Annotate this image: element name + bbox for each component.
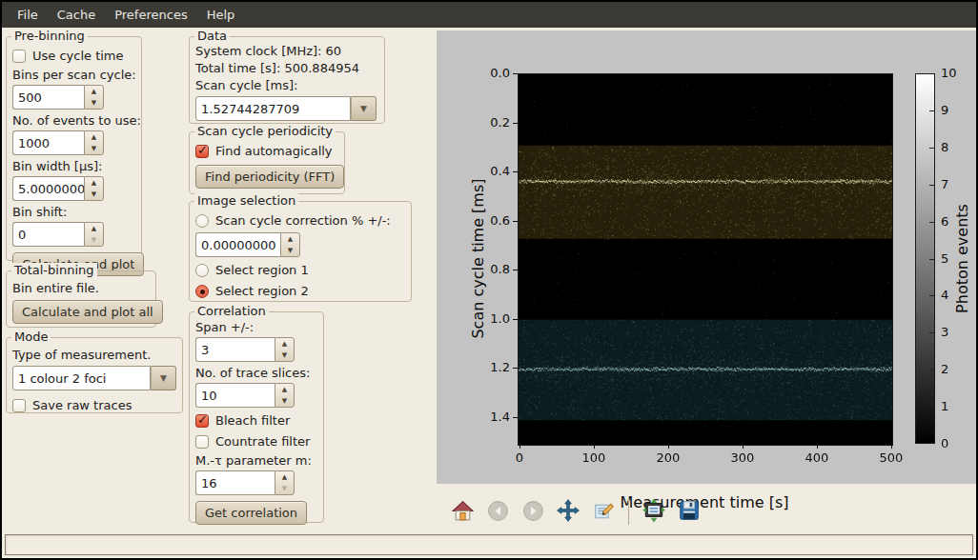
y-tick-mark [513,417,518,418]
spin-up-icon[interactable]: ▲ [281,233,299,245]
mode-group: Mode Type of measurement. 1 colour 2 foc… [6,337,183,413]
x-tick-mark [594,444,595,449]
mtau-parameter-input[interactable]: 16 [195,470,275,495]
select-region-1-radio[interactable] [195,264,209,277]
get-correlation-button[interactable]: Get correlation [195,501,307,525]
measurement-type-value[interactable]: 1 colour 2 foci [12,366,151,390]
spin-down-icon[interactable]: ▼ [275,483,294,494]
pan-icon[interactable] [556,498,581,523]
trace-slices-label: No. of trace slices: [195,366,317,381]
spin-up-icon[interactable]: ▲ [85,177,103,189]
bin-shift-input[interactable]: 0 [12,222,84,247]
measurement-type-combobox[interactable]: 1 colour 2 foci ▼ [12,366,176,390]
measurement-type-label: Type of measurement. [12,348,176,363]
scan-cycle-value[interactable]: 1.52744287709 [195,96,351,121]
use-cycle-time-row[interactable]: Use cycle time [12,49,135,64]
colorbar-tick-label: 2 [941,361,948,377]
spin-up-icon[interactable]: ▲ [85,131,103,143]
select-region-1-row[interactable]: Select region 1 [195,263,405,278]
find-automagically-row[interactable]: Find automagically [195,144,338,159]
save-raw-traces-row[interactable]: Save raw traces [12,398,176,413]
x-tick-label: 100 [575,450,613,466]
configure-subplots-icon[interactable] [642,498,666,523]
events-to-use-label: No. of events to use: [12,113,135,129]
colorbar-tick-mark [929,185,934,186]
mtau-parameter-label: M.-τ parameter m: [195,453,317,469]
spin-down-icon[interactable]: ▼ [85,234,103,246]
x-tick-label: 0 [500,450,539,466]
spin-down-icon[interactable]: ▼ [85,97,103,109]
heatmap-image[interactable] [518,73,893,446]
countrate-filter-checkbox[interactable] [195,435,209,449]
select-region-2-radio[interactable] [195,285,209,298]
colorbar-tick-mark [929,110,934,111]
spin-up-icon[interactable]: ▲ [85,86,103,97]
back-icon[interactable] [485,498,510,523]
menu-preferences[interactable]: Preferences [105,3,196,27]
x-tick-label: 400 [798,450,836,466]
bins-per-cycle-input[interactable]: 500 [12,85,84,110]
spin-down-icon[interactable]: ▼ [85,189,103,200]
countrate-filter-row[interactable]: Countrate filter [195,434,317,450]
trace-slices-input[interactable]: 10 [195,383,275,408]
bin-width-spinner: 5.00000000 ▲▼ [12,176,104,201]
correlation-group: Correlation Span +/-: 3 ▲▼ No. of trace … [189,311,324,523]
system-clock-label: System clock [MHz]: 60 [195,44,378,59]
colorbar-tick-mark [929,407,934,408]
use-cycle-time-label: Use cycle time [32,49,124,64]
spin-down-icon[interactable]: ▼ [85,143,103,154]
periodicity-title: Scan cycle periodicity [194,124,336,139]
spin-up-icon[interactable]: ▲ [275,384,294,395]
spin-down-icon[interactable]: ▼ [281,245,299,256]
colorbar-tick-label: 3 [941,324,948,340]
scan-cycle-label: Scan cycle [ms]: [195,78,378,93]
menu-help[interactable]: Help [197,3,245,27]
forward-icon[interactable] [520,498,545,523]
y-tick-label: 1.2 [476,359,510,375]
x-tick-mark [520,444,520,449]
bin-width-input[interactable]: 5.00000000 [12,176,84,201]
y-tick-mark [513,368,518,369]
scan-cycle-combobox[interactable]: 1.52744287709 ▼ [195,96,377,121]
bin-entire-file-label: Bin entire file. [12,281,150,296]
calculate-and-plot-all-button[interactable]: Calculate and plot all [12,300,163,324]
bleach-filter-checkbox[interactable] [195,414,209,428]
y-tick-label: 0.4 [476,163,510,179]
y-tick-mark [513,73,518,74]
find-periodicity-fft-button[interactable]: Find periodicity (FFT) [195,165,344,189]
menu-file[interactable]: File [8,3,48,27]
save-raw-traces-checkbox[interactable] [12,399,26,412]
spin-down-icon[interactable]: ▼ [275,350,294,361]
trace-slices-spinner: 10 ▲▼ [195,383,295,408]
y-tick-label: 0.8 [476,261,510,277]
span-input[interactable]: 3 [195,337,275,362]
select-region-1-label: Select region 1 [215,263,309,278]
events-to-use-input[interactable]: 1000 [12,130,84,155]
spin-down-icon[interactable]: ▼ [275,395,294,407]
chevron-down-icon[interactable]: ▼ [151,366,176,390]
y-tick-mark [513,123,518,124]
scan-cycle-correction-row[interactable]: Scan cycle correction % +/-: [195,213,405,229]
use-cycle-time-checkbox[interactable] [12,50,26,63]
spin-up-icon[interactable]: ▲ [275,338,294,350]
colorbar-tick-label: 9 [941,102,948,118]
scan-cycle-correction-input[interactable]: 0.00000000 [195,232,280,257]
save-icon[interactable] [677,498,702,523]
scan-cycle-correction-radio[interactable] [195,214,209,228]
spin-up-icon[interactable]: ▲ [275,471,294,483]
zoom-rect-icon[interactable] [591,498,616,523]
select-region-2-label: Select region 2 [215,284,309,299]
y-tick-mark [513,221,518,222]
chevron-down-icon[interactable]: ▼ [351,96,377,121]
plot-toolbar [437,488,702,533]
menu-cache[interactable]: Cache [48,3,105,27]
select-region-2-row[interactable]: Select region 2 [195,284,405,299]
countrate-filter-label: Countrate filter [215,434,310,450]
y-tick-mark [513,171,518,172]
find-automagically-checkbox[interactable] [195,145,209,158]
bleach-filter-row[interactable]: Bleach filter [195,413,317,429]
home-icon[interactable] [450,498,475,523]
spin-up-icon[interactable]: ▲ [85,223,103,234]
colorbar-tick-mark [929,370,934,370]
events-to-use-spinner: 1000 ▲▼ [12,130,104,155]
